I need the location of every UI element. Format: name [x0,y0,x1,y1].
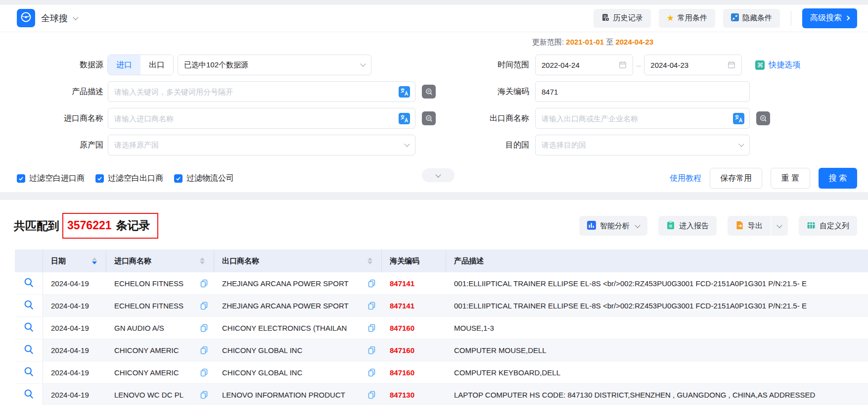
importer-input[interactable] [114,114,409,123]
export-file-icon [735,221,744,231]
sort-control[interactable] [92,257,97,264]
header-importer[interactable]: 进口商名称 [106,250,214,272]
row-detail-button[interactable] [15,339,43,361]
copy-icon[interactable] [367,302,376,310]
row-detail-button[interactable] [15,317,43,339]
history-label: 历史记录 [613,13,643,23]
row-exporter: ZHEJIANG ARCANA POWER SPORT [222,302,349,310]
row-detail-button[interactable] [15,384,43,405]
checkbox-filter-logistics[interactable]: 过滤物流公司 [174,173,234,184]
tab-import[interactable]: 进口 [108,55,140,75]
row-date: 2024-04-19 [43,384,106,405]
sort-control[interactable] [367,257,372,264]
header-exporter[interactable]: 出口商名称 [214,250,382,272]
row-detail-button[interactable] [15,295,43,316]
table-row: 2024-04-19 ECHELON FITNESS ZHEJIANG ARCA… [15,272,868,295]
row-hs-code: 847141 [382,272,446,294]
history-button[interactable]: 历史记录 [594,9,651,28]
import-export-segmented: 进口 出口 [107,54,174,75]
datasource-label: 数据源 [0,60,103,70]
translate-icon[interactable] [399,113,410,124]
copy-icon[interactable] [367,346,376,354]
fuzzy-match-toggle[interactable] [422,85,436,99]
checkbox-filter-blank-exporter[interactable]: 过滤空白出口商 [95,173,163,184]
copy-icon[interactable] [367,279,376,288]
divider [791,11,791,26]
checkbox-filter-blank-importer[interactable]: 过滤空白进口商 [17,173,85,184]
exporter-input[interactable] [542,114,743,123]
origin-country-label: 原产国 [0,140,103,151]
custom-columns-button[interactable]: 自定义列 [799,216,857,236]
match-count: 共匹配到 3576221 条记录 [14,213,158,239]
row-description: COMPUTER KEYBOARD,DELL [446,361,868,383]
copy-icon[interactable] [200,391,208,399]
copy-icon[interactable] [200,346,208,354]
advanced-search-button[interactable]: 高级搜索 [802,8,857,28]
chevron-down-icon [435,172,441,177]
search-icon [24,277,34,289]
sort-desc-icon[interactable] [92,261,97,264]
datasource-select[interactable]: 已选中102个数据源 [178,54,371,75]
enter-report-button[interactable]: 进入报告 [658,216,717,236]
header-exporter-label: 出口商名称 [222,256,259,266]
date-to-input[interactable] [650,61,728,69]
collapse-icon [731,13,739,23]
search-button[interactable]: 搜 索 [819,168,857,189]
copy-icon[interactable] [367,391,376,399]
copy-icon[interactable] [367,368,376,377]
star-icon: ★ [667,14,674,22]
translate-icon[interactable] [399,86,410,98]
sort-asc-icon[interactable] [200,257,205,260]
date-from-field[interactable] [535,54,633,75]
row-hs-code: 847160 [382,317,446,339]
copy-icon[interactable] [200,324,208,332]
enter-report-label: 进入报告 [679,221,709,231]
row-detail-button[interactable] [15,272,43,294]
smart-analysis-label: 智能分析 [600,221,630,231]
export-options-button[interactable] [771,216,788,236]
match-mode-icon [424,114,434,123]
fuzzy-match-toggle[interactable] [422,111,436,125]
save-favorite-button[interactable]: 保存常用 [710,168,762,189]
calendar-icon [728,61,735,69]
fuzzy-match-toggle[interactable] [756,111,770,125]
app-switcher[interactable]: 全球搜 [41,12,78,24]
header-date-label: 日期 [51,256,66,266]
hide-filters-button[interactable]: 隐藏条件 [723,9,780,28]
smart-analysis-button[interactable]: 智能分析 [579,216,647,236]
sort-asc-icon[interactable] [92,257,97,260]
sort-desc-icon[interactable] [367,261,372,264]
tab-export[interactable]: 出口 [140,55,173,75]
copy-icon[interactable] [200,302,208,310]
chevron-down-icon [404,141,410,147]
command-icon: ⌘ [755,60,765,70]
export-button[interactable]: 导出 [728,216,771,236]
copy-icon[interactable] [200,279,208,288]
reset-button[interactable]: 重 置 [771,168,810,189]
sort-desc-icon[interactable] [200,261,205,264]
copy-icon[interactable] [200,368,208,377]
export-label: 导出 [748,221,763,231]
tutorial-link[interactable]: 使用教程 [670,173,701,184]
row-importer: LENOVO WC DC PL [114,391,183,399]
header-importer-label: 进口商名称 [114,256,151,266]
quick-options-link[interactable]: ⌘ 快捷选项 [755,60,800,70]
date-to-field[interactable] [644,54,742,75]
row-detail-button[interactable] [15,361,43,383]
collapse-filters-pill[interactable] [422,168,455,182]
product-desc-input[interactable] [114,88,409,96]
copy-icon[interactable] [367,324,376,332]
sort-control[interactable] [200,257,205,264]
search-icon [24,300,34,311]
sort-asc-icon[interactable] [367,257,372,260]
favorites-button[interactable]: ★ 常用条件 [659,9,715,28]
header-date[interactable]: 日期 [43,250,106,272]
date-from-input[interactable] [542,61,619,69]
origin-country-select[interactable]: 请选择原产国 [108,135,415,155]
row-importer: CHICONY AMERIC [114,368,179,377]
translate-icon[interactable] [733,113,744,124]
row-description: COMPUTER MOUSE,DELL [446,339,868,361]
hs-code-input[interactable] [542,88,743,96]
dest-country-select[interactable]: 请选择目的国 [535,135,750,155]
row-importer: GN AUDIO A/S [114,324,164,332]
